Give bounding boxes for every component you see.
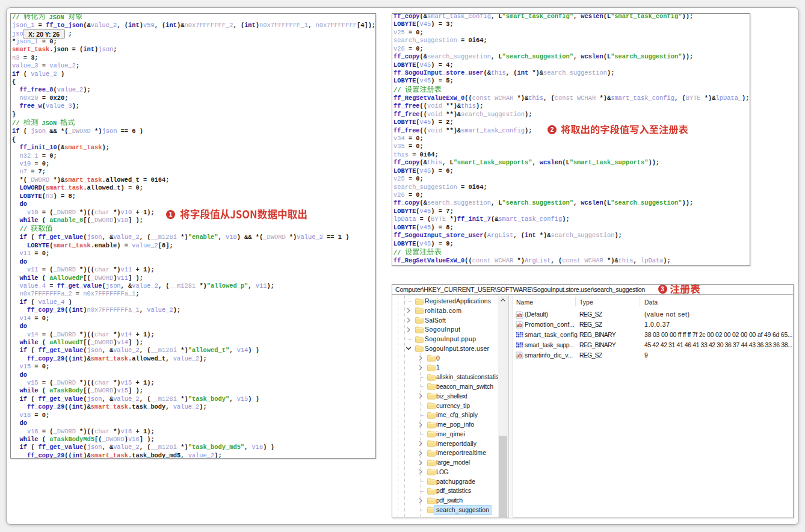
svg-text:ab: ab (516, 353, 522, 359)
svg-text:ab: ab (516, 312, 522, 318)
svg-text:ab: ab (516, 323, 522, 328)
